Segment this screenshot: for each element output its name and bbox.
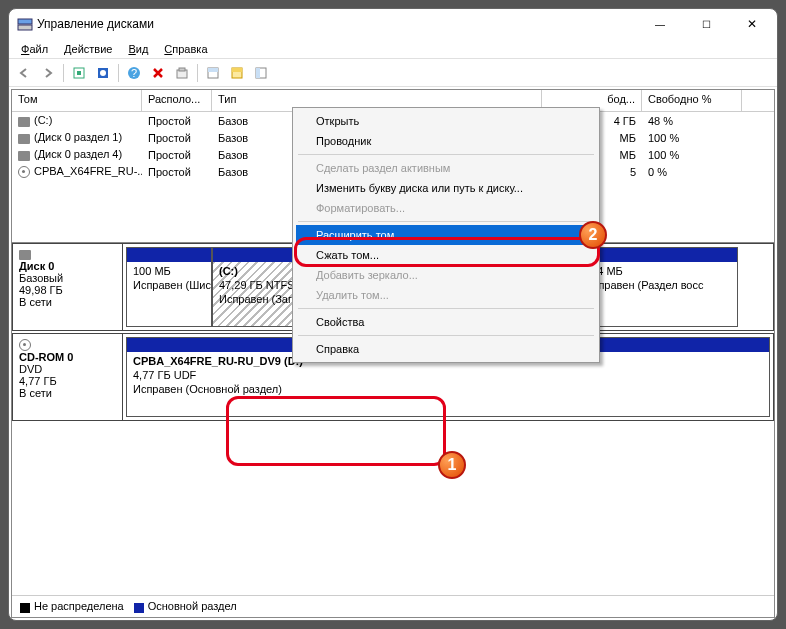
context-menu: ОткрытьПроводникСделать раздел активнымИ…	[292, 107, 600, 363]
close-button[interactable]	[729, 9, 775, 39]
layout2-icon[interactable]	[226, 62, 248, 84]
svg-rect-14	[256, 68, 260, 78]
maximize-button[interactable]	[683, 9, 729, 39]
disk-0-info: Диск 0 Базовый 49,98 ГБ В сети	[13, 244, 123, 330]
svg-rect-0	[18, 19, 32, 24]
vol-d-line1: 4,77 ГБ UDF	[133, 369, 196, 381]
context-menu-item: Сделать раздел активным	[296, 158, 596, 178]
col-rasp[interactable]: Располо...	[142, 90, 212, 111]
annotation-badge-2: 2	[579, 221, 607, 249]
minimize-button[interactable]	[637, 9, 683, 39]
disk0-status: В сети	[19, 296, 116, 308]
back-icon[interactable]	[13, 62, 35, 84]
delete-icon[interactable]	[147, 62, 169, 84]
legend-unalloc: Не распределена	[20, 600, 124, 612]
context-menu-item[interactable]: Свойства	[296, 312, 596, 332]
statusbar: Не распределена Основной раздел	[12, 595, 774, 617]
forward-icon[interactable]	[37, 62, 59, 84]
svg-rect-1	[18, 25, 32, 30]
cdrom-info: CD-ROM 0 DVD 4,77 ГБ В сети	[13, 334, 123, 420]
annotation-badge-1: 1	[438, 451, 466, 479]
vol-d-line2: Исправен (Основной раздел)	[133, 383, 282, 395]
legend-primary: Основной раздел	[134, 600, 237, 612]
layout3-icon[interactable]	[250, 62, 272, 84]
window-title: Управление дисками	[33, 17, 637, 31]
layout1-icon[interactable]	[202, 62, 224, 84]
app-icon	[17, 16, 33, 32]
svg-point-4	[100, 70, 106, 76]
svg-rect-12	[232, 68, 242, 72]
context-menu-item[interactable]: Открыть	[296, 111, 596, 131]
disk0-icon	[19, 248, 35, 260]
context-menu-item: Форматировать...	[296, 198, 596, 218]
volume-partition[interactable]: 100 МБИсправен (Шис	[126, 247, 212, 327]
volume-partition[interactable]: 604 МБИсправен (Раздел восс	[578, 247, 738, 327]
menu-help[interactable]: Справка	[156, 41, 215, 57]
disk0-name: Диск 0	[19, 260, 116, 272]
menu-file[interactable]: Файл	[13, 41, 56, 57]
context-menu-item[interactable]: Проводник	[296, 131, 596, 151]
context-menu-item[interactable]: Сжать том...	[296, 245, 596, 265]
cdrom-status: В сети	[19, 387, 116, 399]
vol-d-title: CPBA_X64FRE_RU-RU_DV9 (D:)	[133, 355, 303, 367]
menu-action[interactable]: Действие	[56, 41, 120, 57]
disk0-type: Базовый	[19, 272, 116, 284]
help-icon[interactable]: ?	[123, 62, 145, 84]
svg-rect-8	[179, 68, 185, 71]
refresh-icon[interactable]	[68, 62, 90, 84]
menu-view[interactable]: Вид	[120, 41, 156, 57]
cdrom-type: DVD	[19, 363, 116, 375]
svg-text:?: ?	[131, 67, 137, 79]
props-icon[interactable]	[171, 62, 193, 84]
col-tom[interactable]: Том	[12, 90, 142, 111]
context-menu-item[interactable]: Справка	[296, 339, 596, 359]
cdrom-size: 4,77 ГБ	[19, 375, 116, 387]
titlebar: Управление дисками	[9, 9, 777, 39]
action-icon[interactable]	[92, 62, 114, 84]
context-menu-item[interactable]: Изменить букву диска или путь к диску...	[296, 178, 596, 198]
svg-rect-10	[208, 68, 218, 72]
menubar: Файл Действие Вид Справка	[9, 39, 777, 59]
context-menu-item[interactable]: Расширить том...	[296, 225, 596, 245]
cdrom-icon	[19, 338, 35, 350]
col-pct[interactable]: Свободно %	[642, 90, 742, 111]
cdrom-name: CD-ROM 0	[19, 351, 116, 363]
disk0-size: 49,98 ГБ	[19, 284, 116, 296]
toolbar: ?	[9, 59, 777, 87]
context-menu-item: Удалить том...	[296, 285, 596, 305]
context-menu-item: Добавить зеркало...	[296, 265, 596, 285]
